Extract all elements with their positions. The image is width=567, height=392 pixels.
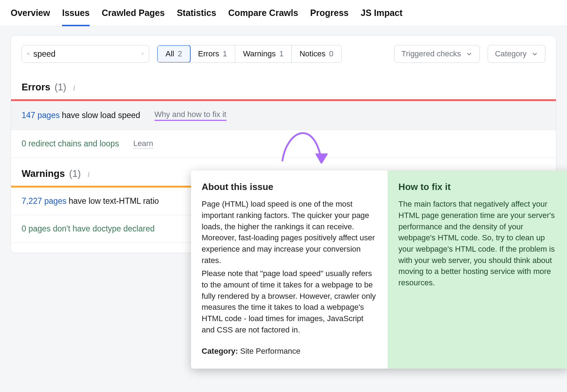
filter-all-label: All [165, 49, 174, 58]
tab-js-impact[interactable]: JS Impact [361, 8, 403, 26]
issue-pages-link[interactable]: 7,227 pages [22, 196, 67, 206]
how-to-fix-title: How to fix it [398, 180, 559, 194]
filter-errors-label: Errors [198, 49, 219, 58]
tooltip-category: Category: Site Performance [202, 346, 377, 357]
tooltip-about-column: About this issue Page (HTML) load speed … [191, 170, 388, 369]
severity-filter: All 2 Errors 1 Warnings 1 Notices 0 [157, 45, 342, 63]
category-label: Category [495, 49, 527, 58]
errors-count: (1) [55, 82, 66, 93]
filter-notices-count: 0 [329, 49, 333, 58]
clear-icon[interactable] [141, 51, 144, 57]
issue-desc: have low text-HTML ratio [69, 196, 159, 206]
main-tabs: Overview Issues Crawled Pages Statistics… [0, 0, 567, 26]
chevron-down-icon [532, 51, 538, 57]
issue-pages-link[interactable]: 147 pages [22, 111, 60, 120]
errors-section-head: Errors (1) i [11, 66, 556, 99]
category-dropdown[interactable]: Category [488, 45, 545, 63]
triggered-checks-dropdown[interactable]: Triggered checks [394, 45, 480, 63]
chevron-down-icon [466, 51, 472, 57]
tab-progress[interactable]: Progress [310, 8, 348, 26]
filter-errors[interactable]: Errors 1 [190, 45, 235, 62]
filter-bar: All 2 Errors 1 Warnings 1 Notices 0 Trig… [11, 36, 556, 66]
errors-title: Errors [22, 82, 50, 93]
triggered-checks-label: Triggered checks [402, 49, 461, 58]
issue-desc: have slow load speed [62, 111, 140, 120]
filter-all[interactable]: All 2 [157, 45, 191, 63]
tooltip-fix-column: How to fix it The main factors that nega… [388, 170, 567, 369]
issue-zero-link[interactable]: 0 redirect chains and loops [22, 139, 119, 149]
info-icon[interactable]: i [71, 85, 78, 92]
search-icon [27, 50, 30, 57]
filter-warnings-label: Warnings [243, 49, 276, 58]
warnings-title: Warnings [22, 168, 65, 179]
search-input-wrap [22, 45, 149, 63]
why-how-fix-link[interactable]: Why and how to fix it [155, 110, 226, 121]
search-input[interactable] [33, 49, 138, 59]
issue-zero-link[interactable]: 0 pages don't have doctype declared [22, 224, 155, 234]
svg-point-0 [27, 53, 29, 54]
filter-warnings[interactable]: Warnings 1 [235, 45, 292, 62]
about-issue-title: About this issue [202, 180, 377, 194]
filter-notices-label: Notices [299, 49, 325, 58]
how-to-fix-body: The main factors that negatively affect … [398, 198, 559, 288]
issue-row-redirect-chains[interactable]: 0 redirect chains and loops Learn [11, 130, 556, 158]
tab-overview[interactable]: Overview [11, 8, 50, 26]
tooltip-category-label: Category: [202, 347, 238, 355]
info-icon[interactable]: i [85, 171, 92, 178]
fix-tooltip: About this issue Page (HTML) load speed … [191, 170, 567, 369]
issues-card: All 2 Errors 1 Warnings 1 Notices 0 Trig… [11, 35, 556, 253]
filter-errors-count: 1 [223, 49, 227, 58]
tab-issues[interactable]: Issues [62, 8, 90, 26]
tooltip-category-value: Site Performance [238, 347, 301, 355]
svg-line-1 [29, 54, 29, 55]
issue-row-slow-load[interactable]: 147 pages have slow load speed Why and h… [11, 101, 556, 130]
about-issue-body-1: Page (HTML) load speed is one of the mos… [202, 198, 377, 266]
filter-warnings-count: 1 [279, 49, 284, 58]
learn-link[interactable]: Learn [133, 139, 153, 149]
filter-notices[interactable]: Notices 0 [292, 45, 341, 62]
tab-compare-crawls[interactable]: Compare Crawls [228, 8, 298, 26]
about-issue-body-2: Please note that "page load speed" usual… [202, 268, 377, 335]
tab-crawled-pages[interactable]: Crawled Pages [102, 8, 165, 26]
filter-all-count: 2 [178, 49, 182, 58]
warnings-count: (1) [69, 168, 81, 179]
tab-statistics[interactable]: Statistics [177, 8, 216, 26]
